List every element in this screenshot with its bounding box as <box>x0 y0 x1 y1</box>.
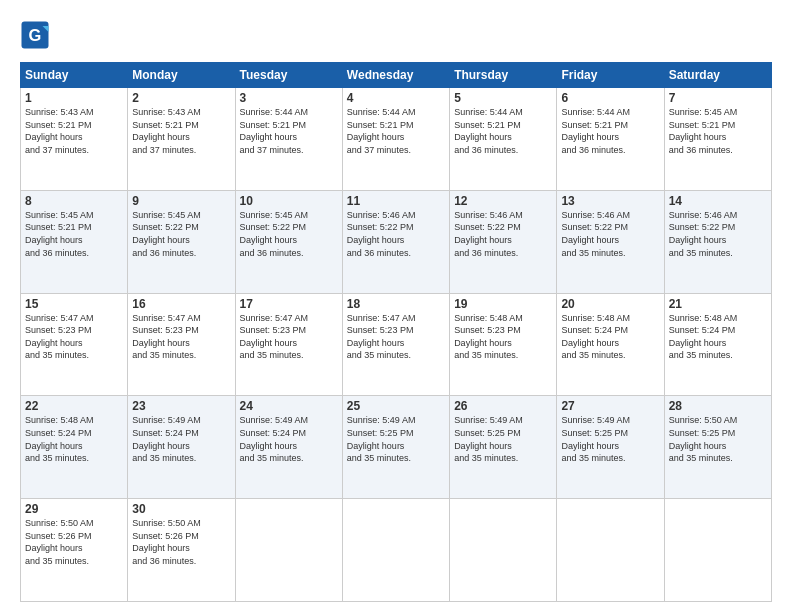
day-number: 20 <box>561 297 659 311</box>
calendar-header-row: Sunday Monday Tuesday Wednesday Thursday… <box>21 63 772 88</box>
day-number: 24 <box>240 399 338 413</box>
day-info: Sunrise: 5:46 AMSunset: 5:22 PMDaylight … <box>454 209 552 259</box>
calendar-week-row: 22Sunrise: 5:48 AMSunset: 5:24 PMDayligh… <box>21 396 772 499</box>
table-row: 14Sunrise: 5:46 AMSunset: 5:22 PMDayligh… <box>664 190 771 293</box>
day-number: 1 <box>25 91 123 105</box>
col-sunday: Sunday <box>21 63 128 88</box>
col-monday: Monday <box>128 63 235 88</box>
day-info: Sunrise: 5:45 AMSunset: 5:21 PMDaylight … <box>669 106 767 156</box>
day-info: Sunrise: 5:49 AMSunset: 5:25 PMDaylight … <box>561 414 659 464</box>
day-info: Sunrise: 5:47 AMSunset: 5:23 PMDaylight … <box>347 312 445 362</box>
table-row: 24Sunrise: 5:49 AMSunset: 5:24 PMDayligh… <box>235 396 342 499</box>
day-number: 10 <box>240 194 338 208</box>
day-number: 9 <box>132 194 230 208</box>
table-row: 9Sunrise: 5:45 AMSunset: 5:22 PMDaylight… <box>128 190 235 293</box>
day-number: 26 <box>454 399 552 413</box>
day-info: Sunrise: 5:44 AMSunset: 5:21 PMDaylight … <box>561 106 659 156</box>
day-number: 29 <box>25 502 123 516</box>
svg-text:G: G <box>29 26 42 44</box>
day-info: Sunrise: 5:49 AMSunset: 5:24 PMDaylight … <box>240 414 338 464</box>
day-info: Sunrise: 5:50 AMSunset: 5:25 PMDaylight … <box>669 414 767 464</box>
table-row: 5Sunrise: 5:44 AMSunset: 5:21 PMDaylight… <box>450 88 557 191</box>
calendar-week-row: 8Sunrise: 5:45 AMSunset: 5:21 PMDaylight… <box>21 190 772 293</box>
day-number: 11 <box>347 194 445 208</box>
table-row: 15Sunrise: 5:47 AMSunset: 5:23 PMDayligh… <box>21 293 128 396</box>
table-row: 30Sunrise: 5:50 AMSunset: 5:26 PMDayligh… <box>128 499 235 602</box>
table-row <box>235 499 342 602</box>
table-row <box>557 499 664 602</box>
header: G <box>20 20 772 50</box>
table-row: 20Sunrise: 5:48 AMSunset: 5:24 PMDayligh… <box>557 293 664 396</box>
table-row: 23Sunrise: 5:49 AMSunset: 5:24 PMDayligh… <box>128 396 235 499</box>
day-info: Sunrise: 5:49 AMSunset: 5:24 PMDaylight … <box>132 414 230 464</box>
day-number: 19 <box>454 297 552 311</box>
calendar-week-row: 1Sunrise: 5:43 AMSunset: 5:21 PMDaylight… <box>21 88 772 191</box>
day-info: Sunrise: 5:44 AMSunset: 5:21 PMDaylight … <box>347 106 445 156</box>
col-wednesday: Wednesday <box>342 63 449 88</box>
day-info: Sunrise: 5:49 AMSunset: 5:25 PMDaylight … <box>454 414 552 464</box>
day-info: Sunrise: 5:46 AMSunset: 5:22 PMDaylight … <box>347 209 445 259</box>
day-number: 27 <box>561 399 659 413</box>
day-number: 13 <box>561 194 659 208</box>
table-row: 29Sunrise: 5:50 AMSunset: 5:26 PMDayligh… <box>21 499 128 602</box>
day-number: 4 <box>347 91 445 105</box>
day-info: Sunrise: 5:48 AMSunset: 5:24 PMDaylight … <box>25 414 123 464</box>
day-number: 30 <box>132 502 230 516</box>
day-number: 25 <box>347 399 445 413</box>
table-row: 16Sunrise: 5:47 AMSunset: 5:23 PMDayligh… <box>128 293 235 396</box>
day-info: Sunrise: 5:50 AMSunset: 5:26 PMDaylight … <box>25 517 123 567</box>
table-row: 19Sunrise: 5:48 AMSunset: 5:23 PMDayligh… <box>450 293 557 396</box>
day-number: 16 <box>132 297 230 311</box>
day-info: Sunrise: 5:43 AMSunset: 5:21 PMDaylight … <box>25 106 123 156</box>
day-number: 17 <box>240 297 338 311</box>
day-info: Sunrise: 5:50 AMSunset: 5:26 PMDaylight … <box>132 517 230 567</box>
day-info: Sunrise: 5:49 AMSunset: 5:25 PMDaylight … <box>347 414 445 464</box>
logo: G <box>20 20 54 50</box>
col-saturday: Saturday <box>664 63 771 88</box>
table-row: 3Sunrise: 5:44 AMSunset: 5:21 PMDaylight… <box>235 88 342 191</box>
table-row: 13Sunrise: 5:46 AMSunset: 5:22 PMDayligh… <box>557 190 664 293</box>
day-number: 14 <box>669 194 767 208</box>
day-number: 6 <box>561 91 659 105</box>
table-row: 7Sunrise: 5:45 AMSunset: 5:21 PMDaylight… <box>664 88 771 191</box>
table-row: 25Sunrise: 5:49 AMSunset: 5:25 PMDayligh… <box>342 396 449 499</box>
table-row: 21Sunrise: 5:48 AMSunset: 5:24 PMDayligh… <box>664 293 771 396</box>
day-info: Sunrise: 5:45 AMSunset: 5:21 PMDaylight … <box>25 209 123 259</box>
day-number: 28 <box>669 399 767 413</box>
col-tuesday: Tuesday <box>235 63 342 88</box>
table-row: 11Sunrise: 5:46 AMSunset: 5:22 PMDayligh… <box>342 190 449 293</box>
table-row: 2Sunrise: 5:43 AMSunset: 5:21 PMDaylight… <box>128 88 235 191</box>
table-row <box>664 499 771 602</box>
day-info: Sunrise: 5:45 AMSunset: 5:22 PMDaylight … <box>240 209 338 259</box>
page: G Sunday Monday Tuesday Wednesday Thursd… <box>0 0 792 612</box>
day-info: Sunrise: 5:44 AMSunset: 5:21 PMDaylight … <box>454 106 552 156</box>
table-row: 17Sunrise: 5:47 AMSunset: 5:23 PMDayligh… <box>235 293 342 396</box>
table-row: 10Sunrise: 5:45 AMSunset: 5:22 PMDayligh… <box>235 190 342 293</box>
day-number: 3 <box>240 91 338 105</box>
table-row: 28Sunrise: 5:50 AMSunset: 5:25 PMDayligh… <box>664 396 771 499</box>
day-number: 23 <box>132 399 230 413</box>
day-info: Sunrise: 5:46 AMSunset: 5:22 PMDaylight … <box>669 209 767 259</box>
day-info: Sunrise: 5:43 AMSunset: 5:21 PMDaylight … <box>132 106 230 156</box>
col-thursday: Thursday <box>450 63 557 88</box>
calendar-week-row: 29Sunrise: 5:50 AMSunset: 5:26 PMDayligh… <box>21 499 772 602</box>
table-row: 8Sunrise: 5:45 AMSunset: 5:21 PMDaylight… <box>21 190 128 293</box>
table-row: 4Sunrise: 5:44 AMSunset: 5:21 PMDaylight… <box>342 88 449 191</box>
table-row: 22Sunrise: 5:48 AMSunset: 5:24 PMDayligh… <box>21 396 128 499</box>
day-number: 5 <box>454 91 552 105</box>
day-number: 7 <box>669 91 767 105</box>
table-row: 6Sunrise: 5:44 AMSunset: 5:21 PMDaylight… <box>557 88 664 191</box>
day-info: Sunrise: 5:48 AMSunset: 5:24 PMDaylight … <box>669 312 767 362</box>
table-row: 1Sunrise: 5:43 AMSunset: 5:21 PMDaylight… <box>21 88 128 191</box>
day-number: 2 <box>132 91 230 105</box>
calendar-table: Sunday Monday Tuesday Wednesday Thursday… <box>20 62 772 602</box>
day-number: 12 <box>454 194 552 208</box>
day-info: Sunrise: 5:46 AMSunset: 5:22 PMDaylight … <box>561 209 659 259</box>
col-friday: Friday <box>557 63 664 88</box>
day-number: 18 <box>347 297 445 311</box>
table-row: 12Sunrise: 5:46 AMSunset: 5:22 PMDayligh… <box>450 190 557 293</box>
day-info: Sunrise: 5:47 AMSunset: 5:23 PMDaylight … <box>25 312 123 362</box>
table-row: 27Sunrise: 5:49 AMSunset: 5:25 PMDayligh… <box>557 396 664 499</box>
logo-icon: G <box>20 20 50 50</box>
day-info: Sunrise: 5:47 AMSunset: 5:23 PMDaylight … <box>240 312 338 362</box>
